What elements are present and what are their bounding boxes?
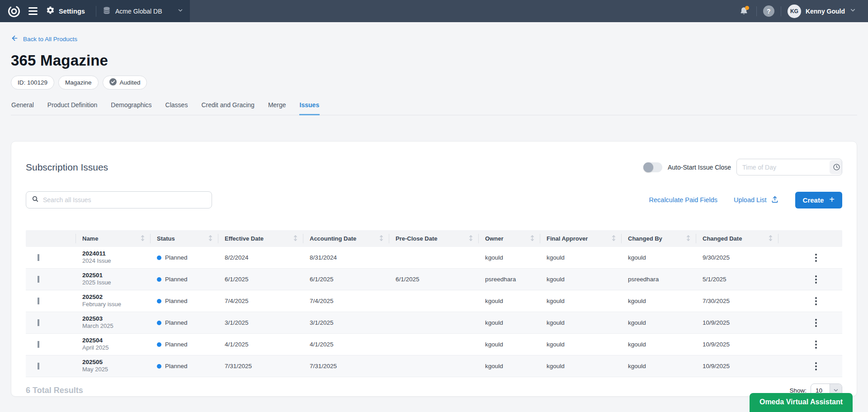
audited-badge: Audited: [103, 76, 147, 90]
row-checkbox[interactable]: [38, 254, 39, 261]
gear-icon: [46, 6, 55, 16]
row-actions-kebab-button[interactable]: [813, 252, 819, 264]
changed-by-cell: kgould: [621, 254, 696, 261]
hamburger-icon: [28, 7, 38, 15]
avatar: KG: [788, 5, 801, 18]
omeda-virtual-assistant-button[interactable]: Omeda Virtual Assistant: [750, 393, 853, 412]
tab-demographics[interactable]: Demographics: [110, 99, 152, 115]
sort-icon[interactable]: [379, 235, 383, 243]
user-menu[interactable]: KG Kenny Gould: [788, 5, 856, 18]
recalculate-paid-fields-link[interactable]: Recalculate Paid Fields: [649, 196, 718, 204]
row-checkbox[interactable]: [38, 341, 39, 348]
column-header-status[interactable]: Status: [150, 230, 218, 247]
row-checkbox[interactable]: [38, 363, 39, 369]
accounting-date-cell: 8/31/2024: [303, 254, 389, 261]
row-actions-kebab-button[interactable]: [813, 295, 819, 307]
issue-subtitle: May 2025: [82, 366, 150, 374]
sort-icon[interactable]: [141, 235, 145, 243]
final-approver-cell: kgould: [540, 319, 621, 326]
row-checkbox[interactable]: [38, 319, 39, 326]
column-header-pre-close-date[interactable]: Pre-Close Date: [389, 230, 478, 247]
header-actions-cell: [778, 230, 842, 247]
back-link[interactable]: Back to All Products: [11, 34, 77, 44]
tabs: GeneralProduct DefinitionDemographicsCla…: [11, 99, 857, 115]
navbar-divider: [96, 6, 96, 17]
row-actions-kebab-button[interactable]: [813, 339, 819, 350]
row-checkbox[interactable]: [38, 276, 39, 283]
omeda-logo-icon[interactable]: [6, 4, 22, 19]
create-button[interactable]: Create +: [795, 192, 842, 208]
row-actions-kebab-button[interactable]: [813, 360, 819, 372]
top-navbar: Settings Acme Global DB: [0, 0, 868, 22]
owner-cell: kgould: [478, 298, 540, 304]
sort-icon[interactable]: [769, 235, 773, 243]
changed-date-cell: 10/9/2025: [696, 363, 778, 369]
issue-name-cell: 202503 March 2025: [75, 315, 150, 331]
sort-icon[interactable]: [293, 235, 297, 243]
issue-subtitle: March 2025: [82, 322, 150, 330]
sort-icon[interactable]: [612, 235, 616, 243]
column-header-name[interactable]: Name: [75, 230, 150, 247]
status-label: Planned: [165, 276, 188, 283]
header-checkbox-cell: [26, 230, 75, 247]
time-of-day-input[interactable]: [737, 164, 830, 171]
issue-name: 202504: [82, 337, 150, 345]
effective-date-cell: 3/1/2025: [218, 319, 303, 326]
auto-start-toggle[interactable]: [643, 162, 662, 172]
row-actions-kebab-button[interactable]: [813, 274, 819, 285]
final-approver-cell: kgould: [540, 276, 621, 283]
sort-icon[interactable]: [686, 235, 690, 243]
accounting-date-cell: 7/31/2025: [303, 363, 389, 369]
notification-badge: [745, 6, 749, 10]
auto-start-controls: Auto-Start Issue Close: [643, 159, 842, 175]
issue-subtitle: February issue: [82, 301, 150, 308]
issue-name: 202502: [82, 294, 150, 301]
tab-product-definition[interactable]: Product Definition: [47, 99, 98, 115]
issue-name-cell: 202504 April 2025: [75, 337, 150, 352]
navbar-spacer: [190, 0, 738, 22]
tab-credit-and-gracing[interactable]: Credit and Gracing: [201, 99, 255, 115]
issue-name-cell: 202501 2025 Issue: [75, 272, 150, 287]
clock-picker-button[interactable]: [830, 160, 842, 174]
column-header-owner[interactable]: Owner: [478, 230, 540, 247]
status-cell: Planned: [150, 341, 218, 348]
status-dot-icon: [157, 256, 161, 260]
time-of-day-field: [736, 159, 842, 175]
status-label: Planned: [165, 298, 188, 304]
status-cell: Planned: [150, 254, 218, 261]
column-header-final-approver[interactable]: Final Approver: [540, 230, 621, 247]
table-header-row: Name Status Effective Date Accounting Da…: [26, 230, 842, 247]
tab-general[interactable]: General: [11, 99, 34, 115]
column-header-changed-date[interactable]: Changed Date: [696, 230, 778, 247]
settings-app[interactable]: Settings: [44, 6, 90, 16]
row-actions-kebab-button[interactable]: [813, 317, 819, 329]
database-selector[interactable]: Acme Global DB: [103, 6, 184, 16]
owner-cell: kgould: [478, 254, 540, 261]
column-header-changed-by[interactable]: Changed By: [621, 230, 696, 247]
changed-by-cell: kgould: [621, 341, 696, 348]
search-field: [26, 191, 212, 208]
tab-classes[interactable]: Classes: [165, 99, 189, 115]
upload-list-link[interactable]: Upload List: [734, 195, 779, 205]
notifications-button[interactable]: [738, 5, 750, 17]
column-header-accounting-date[interactable]: Accounting Date: [303, 230, 389, 247]
help-button[interactable]: ?: [763, 5, 774, 17]
hamburger-menu-button[interactable]: [24, 3, 42, 20]
row-checkbox[interactable]: [38, 298, 39, 304]
sort-icon[interactable]: [469, 235, 473, 243]
sort-icon[interactable]: [208, 235, 212, 243]
search-input[interactable]: [43, 196, 206, 204]
navbar-right-section: ? KG Kenny Gould: [738, 0, 868, 22]
navbar-divider: [781, 6, 781, 16]
id-badge: ID: 100129: [11, 76, 54, 90]
table-row: 202502 February issue Planned 7/4/2025 7…: [26, 290, 842, 312]
status-cell: Planned: [150, 276, 218, 283]
status-label: Planned: [165, 363, 188, 369]
column-header-effective-date[interactable]: Effective Date: [218, 230, 303, 247]
table-body: 2024011 2024 Issue Planned 8/2/2024 8/31…: [26, 247, 842, 377]
changed-date-cell: 10/9/2025: [696, 319, 778, 326]
tab-merge[interactable]: Merge: [268, 99, 287, 115]
tab-issues[interactable]: Issues: [299, 99, 320, 115]
effective-date-cell: 7/4/2025: [218, 298, 303, 304]
sort-icon[interactable]: [530, 235, 534, 243]
